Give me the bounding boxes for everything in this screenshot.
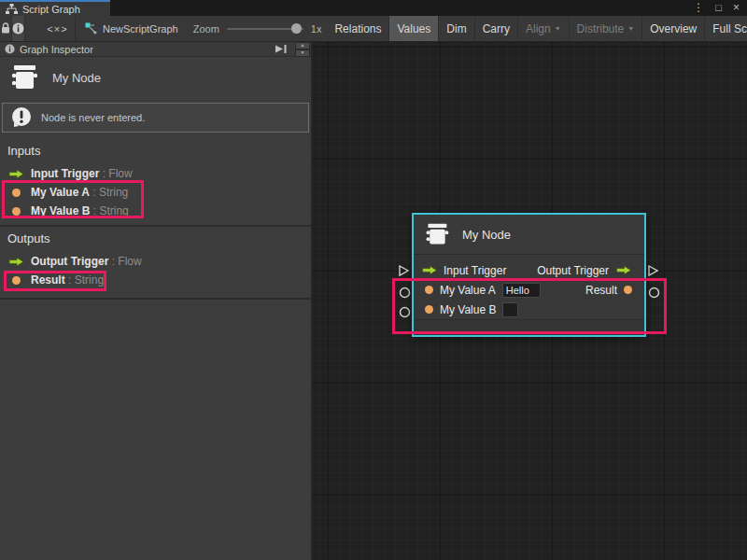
node-icon bbox=[424, 222, 450, 246]
outputs-list: Output Trigger : Flow Result : String bbox=[0, 252, 311, 289]
lock-button[interactable] bbox=[0, 16, 12, 41]
string-port-icon[interactable] bbox=[425, 286, 433, 294]
port-name: My Value A bbox=[31, 186, 90, 199]
port-type: String bbox=[99, 186, 128, 199]
port-row-input-trigger: Input Trigger : Flow bbox=[0, 164, 311, 183]
string-port-icon[interactable] bbox=[624, 286, 632, 294]
my-value-a-field[interactable] bbox=[502, 283, 541, 298]
node-body: Input Trigger Output Trigger My Value A … bbox=[414, 255, 644, 335]
my-value-b-label: My Value B bbox=[440, 303, 496, 316]
inputs-heading: Inputs bbox=[7, 144, 311, 159]
distribute-dropdown[interactable]: Distribute ▼ bbox=[570, 16, 643, 41]
zoom-label: Zoom bbox=[193, 23, 219, 35]
port-row-result: Result : String bbox=[0, 271, 311, 289]
external-value-port-a[interactable] bbox=[399, 286, 411, 302]
graph-canvas[interactable]: My Node Input Trigger Output Trigger bbox=[313, 42, 747, 560]
distribute-label: Distribute bbox=[577, 22, 625, 35]
graph-inspector-panel: Graph Inspector ▲ ▼ bbox=[0, 42, 313, 560]
port-name: Result bbox=[31, 273, 65, 287]
graph-asset-icon bbox=[85, 22, 97, 35]
port-row-output-trigger: Output Trigger : Flow bbox=[0, 252, 311, 271]
port-type: Flow bbox=[108, 167, 132, 180]
inspector-header: Graph Inspector ▲ ▼ bbox=[0, 42, 311, 57]
inspector-toggle-button[interactable] bbox=[12, 16, 25, 41]
port-sep: : bbox=[90, 186, 99, 199]
inspector-title: Graph Inspector bbox=[20, 44, 270, 55]
inspector-spinner: ▲ ▼ bbox=[295, 42, 310, 57]
zoom-value: 1x bbox=[311, 23, 322, 35]
warning-text: Node is never entered. bbox=[41, 112, 145, 123]
spinner-up-button[interactable]: ▲ bbox=[295, 42, 310, 49]
port-sep: : bbox=[90, 204, 99, 217]
carry-button[interactable]: Carry bbox=[475, 16, 518, 41]
output-trigger-label: Output Trigger bbox=[537, 264, 609, 277]
inspected-node-header: My Node bbox=[0, 57, 311, 98]
port-name: My Value B bbox=[31, 204, 90, 217]
graph-name: NewScriptGraph bbox=[103, 23, 178, 35]
warning-icon bbox=[10, 106, 33, 129]
external-value-port-result[interactable] bbox=[648, 286, 660, 302]
my-value-a-label: My Value A bbox=[440, 284, 496, 297]
external-flow-input-port[interactable] bbox=[397, 264, 410, 281]
align-label: Align bbox=[526, 22, 551, 35]
port-sep: : bbox=[65, 273, 75, 287]
inspected-node-title: My Node bbox=[52, 71, 101, 85]
string-port-icon[interactable] bbox=[425, 305, 433, 314]
node-footer bbox=[414, 319, 644, 335]
align-dropdown[interactable]: Align ▼ bbox=[518, 16, 570, 41]
string-port-icon bbox=[7, 276, 24, 285]
flow-arrow-icon bbox=[7, 257, 24, 267]
menu-icon[interactable]: ⋮ bbox=[693, 0, 704, 16]
tab-label: Script Graph bbox=[22, 4, 80, 15]
graph-reference[interactable]: NewScriptGraph bbox=[76, 16, 188, 41]
zoom-slider[interactable] bbox=[227, 28, 303, 30]
code-icon: <×> bbox=[47, 23, 67, 35]
toolbar-spacer bbox=[25, 16, 40, 41]
maximize-icon[interactable]: □ bbox=[715, 0, 722, 16]
port-type: String bbox=[99, 204, 128, 217]
tab-script-graph[interactable]: Script Graph bbox=[0, 0, 110, 16]
script-graph-icon bbox=[6, 4, 18, 14]
port-type: String bbox=[75, 273, 104, 287]
node-row-value-b: My Value B bbox=[414, 300, 644, 319]
port-sep: : bbox=[99, 167, 108, 180]
chevron-down-icon: ▼ bbox=[555, 25, 561, 32]
my-value-b-field[interactable] bbox=[502, 302, 518, 317]
spinner-down-button[interactable]: ▼ bbox=[295, 49, 310, 57]
window-controls: ⋮ □ × bbox=[693, 0, 740, 16]
port-type: Flow bbox=[118, 255, 141, 268]
zoom-slider-knob[interactable] bbox=[291, 23, 302, 34]
section-divider bbox=[0, 225, 311, 227]
port-row-my-value-b: My Value B : String bbox=[0, 202, 311, 220]
close-icon[interactable]: × bbox=[733, 0, 740, 16]
fullscreen-button[interactable]: Full Screen bbox=[705, 16, 747, 41]
dim-button[interactable]: Dim bbox=[439, 16, 474, 41]
lock-icon bbox=[0, 22, 11, 35]
code-view-button[interactable]: <×> bbox=[40, 16, 76, 41]
outputs-heading: Outputs bbox=[7, 231, 311, 246]
flow-arrow-icon[interactable] bbox=[615, 265, 632, 275]
string-port-icon bbox=[7, 189, 24, 197]
collapse-panel-button[interactable] bbox=[275, 44, 288, 54]
chevron-down-icon: ▼ bbox=[627, 25, 634, 32]
my-node[interactable]: My Node Input Trigger Output Trigger bbox=[412, 213, 646, 337]
input-trigger-label: Input Trigger bbox=[444, 264, 506, 277]
external-value-port-b[interactable] bbox=[399, 305, 411, 322]
section-divider bbox=[0, 298, 311, 300]
port-row-my-value-a: My Value A : String bbox=[0, 183, 311, 202]
node-header[interactable]: My Node bbox=[414, 215, 644, 255]
script-graph-window: Script Graph ⋮ □ × bbox=[0, 0, 747, 560]
node-icon bbox=[9, 63, 39, 91]
relations-button[interactable]: Relations bbox=[327, 16, 389, 41]
port-name: Input Trigger bbox=[31, 167, 99, 180]
node-row-triggers: Input Trigger Output Trigger bbox=[414, 260, 644, 280]
values-button[interactable]: Values bbox=[389, 16, 439, 41]
overview-button[interactable]: Overview bbox=[642, 16, 705, 41]
external-flow-output-port[interactable] bbox=[646, 264, 659, 281]
node-title: My Node bbox=[462, 228, 511, 242]
string-port-icon bbox=[7, 207, 24, 216]
flow-arrow-icon bbox=[7, 169, 24, 179]
flow-arrow-icon[interactable] bbox=[421, 265, 438, 275]
toolbar: <×> NewScriptGraph Zoom 1x Relations Val… bbox=[0, 16, 747, 42]
node-row-value-a: My Value A Result bbox=[414, 280, 644, 300]
